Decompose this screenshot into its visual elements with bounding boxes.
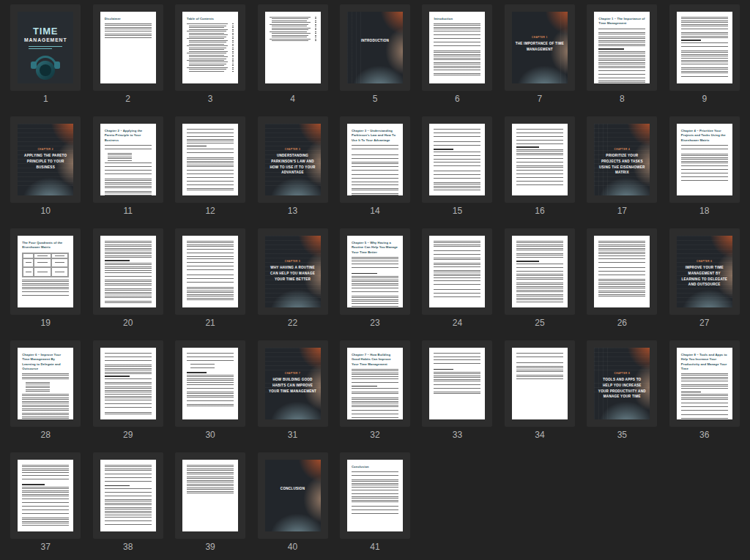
- page-thumbnail[interactable]: [505, 116, 575, 203]
- page-thumbnail[interactable]: Chapter 7 – How Building Good Habits Can…: [340, 340, 410, 427]
- page-thumbnail[interactable]: Introduction: [422, 4, 492, 91]
- page-thumbnail[interactable]: CONCLUSION: [258, 452, 328, 539]
- toc-row: [187, 45, 234, 46]
- toc-page-number: [232, 45, 234, 46]
- page-preview: CHAPTER 5WHY HAVING A ROUTINE CAN HELP Y…: [265, 236, 321, 307]
- page-thumbnail[interactable]: [587, 228, 657, 315]
- body-text-lines: [352, 397, 398, 408]
- page-thumbnail[interactable]: CHAPTER 8TOOLS AND APPS TO HELP YOU INCR…: [587, 340, 657, 427]
- page-thumbnail[interactable]: Chapter 5 – Why Having a Routine Can Hel…: [340, 228, 410, 315]
- toc-entry-line: [189, 55, 224, 56]
- page-thumbnail[interactable]: TIMEMANAGEMENT: [10, 4, 81, 91]
- toc-page-number: [232, 48, 234, 48]
- page-thumbnail[interactable]: [422, 228, 492, 315]
- matrix-cell: [51, 253, 69, 258]
- toc-row: [187, 44, 234, 45]
- page-thumbnail[interactable]: [10, 452, 81, 539]
- page-cell: 21: [169, 228, 251, 340]
- page-heading: Chapter 2 – Applying the Pareto Principl…: [105, 129, 152, 143]
- chapter-title: TOOLS AND APPS TO HELP YOU INCREASE YOUR…: [598, 377, 647, 400]
- page-thumbnail[interactable]: Table of Contents: [175, 4, 245, 91]
- body-text-lines: [352, 369, 398, 377]
- body-text-lines: [352, 288, 398, 294]
- page-thumbnail[interactable]: CHAPTER 1THE IMPORTANCE OF TIME MANAGEME…: [505, 4, 575, 91]
- toc-entry-line: [189, 56, 228, 57]
- toc-page-number: [232, 26, 234, 26]
- page-thumbnail[interactable]: Chapter 6 – Improve Your Time Management…: [10, 340, 81, 427]
- page-cell: Chapter 6 – Improve Your Time Management…: [4, 340, 86, 452]
- page-thumbnail[interactable]: [422, 116, 492, 203]
- page-thumbnail[interactable]: CHAPTER 2APPLYING THE PARETO PRINCIPLE T…: [10, 116, 81, 203]
- body-text-lines: [22, 394, 69, 403]
- toc-row: [270, 31, 316, 32]
- body-text-lines: [187, 465, 234, 474]
- page-thumbnail[interactable]: Conclusion: [340, 452, 410, 539]
- page-number: 32: [370, 430, 379, 440]
- page-thumbnail[interactable]: Chapter 1 – The Importance of Time Manag…: [587, 4, 657, 91]
- page-thumbnail[interactable]: Chapter 3 – Understanding Parkinson's La…: [340, 116, 410, 203]
- page-preview: [182, 460, 238, 531]
- page-thumbnail[interactable]: The Four Quadrants of the Eisenhower Mat…: [10, 228, 81, 315]
- body-text-lines: [352, 388, 398, 395]
- page-number: 7: [538, 94, 543, 104]
- page-thumbnail[interactable]: [669, 4, 740, 91]
- toc-page-number: [315, 40, 316, 41]
- page-cell: 33: [416, 340, 498, 452]
- toc-entry-line: [187, 45, 228, 46]
- toc-entry-line: [187, 31, 226, 31]
- body-text-lines: [187, 488, 234, 493]
- body-subheading: [105, 260, 130, 261]
- body-text-lines: [187, 392, 234, 399]
- body-text-lines: [22, 475, 69, 482]
- page-number: 41: [370, 542, 379, 552]
- toc-page-number: [232, 69, 234, 70]
- toc-entry-line: [189, 33, 224, 34]
- toc-row: [187, 29, 234, 30]
- body-text-lines: [187, 275, 234, 285]
- page-thumbnail[interactable]: [175, 452, 245, 539]
- page-number: 6: [455, 94, 460, 104]
- page-thumbnail[interactable]: INTRODUCTION: [340, 4, 410, 91]
- page-number: 3: [208, 94, 213, 104]
- page-number: 19: [41, 318, 51, 328]
- page-preview: [182, 348, 238, 419]
- body-text-lines: [681, 42, 728, 48]
- page-thumbnail[interactable]: [175, 340, 245, 427]
- page-thumbnail[interactable]: CHAPTER 5WHY HAVING A ROUTINE CAN HELP Y…: [258, 228, 328, 315]
- page-thumbnail[interactable]: [422, 340, 492, 427]
- page-preview: INTRODUCTION: [347, 12, 403, 83]
- page-thumbnail[interactable]: Chapter 8 – Tools and Apps to Help You I…: [669, 340, 740, 427]
- page-thumbnail[interactable]: CHAPTER 3UNDERSTANDING PARKINSON'S LAW A…: [258, 116, 328, 203]
- toc-entry-line: [189, 61, 228, 62]
- body-text-lines: [598, 291, 645, 296]
- toc-row: [270, 37, 316, 37]
- page-thumbnail[interactable]: [258, 4, 328, 91]
- page-thumbnail[interactable]: CHAPTER 4PRIORITIZE YOUR PROJECTS AND TA…: [587, 116, 657, 203]
- body-text-lines: [352, 296, 398, 305]
- page-thumbnail[interactable]: [505, 340, 575, 427]
- body-text-lines: [681, 394, 728, 400]
- page-number: 33: [453, 430, 462, 440]
- body-subheading: [516, 146, 539, 148]
- page-preview: [512, 348, 568, 419]
- body-text-lines: [598, 70, 645, 78]
- body-text-lines: [598, 62, 645, 68]
- page-thumbnail[interactable]: Chapter 2 – Applying the Pareto Principl…: [93, 116, 163, 203]
- page-thumbnail[interactable]: CHAPTER 6IMPROVE YOUR TIME MANAGEMENT BY…: [669, 228, 740, 315]
- page-thumbnail[interactable]: CHAPTER 7HOW BUILDING GOOD HABITS CAN IM…: [258, 340, 328, 427]
- page-thumbnail[interactable]: Chapter 4 – Prioritize Your Projects and…: [669, 116, 740, 203]
- body-text-lines: [598, 241, 645, 247]
- body-text-lines: [187, 249, 234, 257]
- body-text-lines: [516, 283, 563, 292]
- page-thumbnail[interactable]: [175, 228, 245, 315]
- page-thumbnail[interactable]: [93, 340, 163, 427]
- page-thumbnail[interactable]: [93, 452, 163, 539]
- page-thumbnail[interactable]: [505, 228, 575, 315]
- page-number: 21: [205, 318, 215, 328]
- body-text-lines: [516, 170, 563, 179]
- page-thumbnail[interactable]: [175, 116, 245, 203]
- toc-page-number: [232, 40, 234, 41]
- page-number: 14: [370, 206, 379, 216]
- page-thumbnail[interactable]: Disclaimer: [93, 4, 163, 91]
- page-thumbnail[interactable]: [93, 228, 163, 315]
